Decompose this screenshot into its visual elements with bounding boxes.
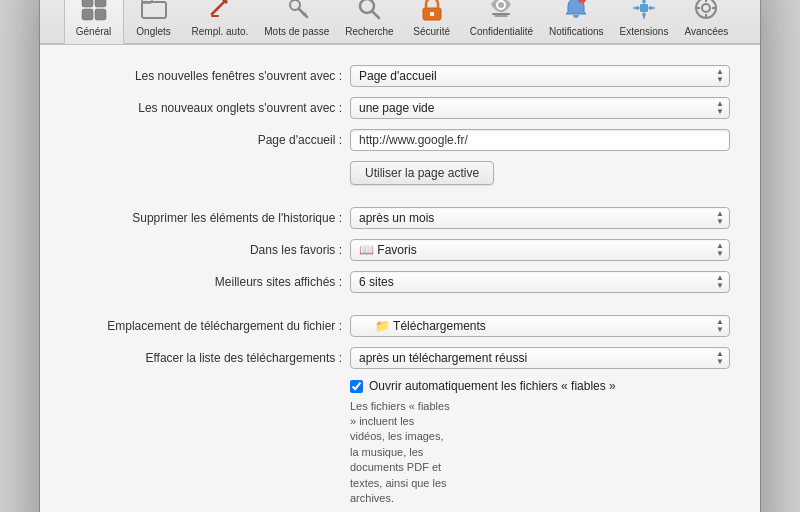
toolbar-item-extensions[interactable]: Extensions bbox=[612, 0, 677, 43]
general-label: Général bbox=[76, 26, 112, 37]
top-sites-select-wrapper: 6 sites 12 sites 24 sites ▲▼ bbox=[350, 271, 730, 293]
new-tabs-row: Les nouveaux onglets s'ouvrent avec : un… bbox=[70, 97, 730, 119]
rempl-auto-icon bbox=[204, 0, 236, 24]
toolbar-item-mots-de-passe[interactable]: Mots de passe bbox=[256, 0, 337, 43]
securite-icon bbox=[416, 0, 448, 24]
svg-line-6 bbox=[212, 0, 226, 14]
favorites-select-wrapper: 📖 Favoris ▲▼ bbox=[350, 239, 730, 261]
history-row: Supprimer les éléments de l'historique :… bbox=[70, 207, 730, 229]
svg-rect-19 bbox=[640, 4, 648, 12]
favorites-label: Dans les favoris : bbox=[70, 243, 350, 257]
toolbar: Général Onglets bbox=[40, 0, 760, 43]
use-active-page-control: Utiliser la page active bbox=[350, 161, 730, 185]
svg-rect-1 bbox=[95, 0, 106, 7]
svg-rect-3 bbox=[95, 9, 106, 20]
svg-line-13 bbox=[372, 11, 379, 18]
svg-rect-0 bbox=[82, 0, 93, 7]
recherche-icon bbox=[353, 0, 385, 24]
extensions-icon bbox=[628, 0, 660, 24]
toolbar-item-rempl-auto[interactable]: Rempl. auto. bbox=[184, 0, 257, 43]
top-sites-label: Meilleurs sites affichés : bbox=[70, 275, 350, 289]
favorites-row: Dans les favoris : 📖 Favoris ▲▼ bbox=[70, 239, 730, 261]
history-select-wrapper: après un mois après une semaine manuelle… bbox=[350, 207, 730, 229]
favorites-control: 📖 Favoris ▲▼ bbox=[350, 239, 730, 261]
use-active-page-row: Utiliser la page active bbox=[70, 161, 730, 185]
recherche-label: Recherche bbox=[345, 26, 393, 37]
toolbar-item-onglets[interactable]: Onglets bbox=[124, 0, 184, 43]
clear-downloads-select[interactable]: après un téléchargement réussi manuellem… bbox=[350, 347, 730, 369]
svg-rect-15 bbox=[430, 12, 434, 16]
new-tabs-control: une page vide Page d'accueil ▲▼ bbox=[350, 97, 730, 119]
toolbar-item-notifications[interactable]: Notifications bbox=[541, 0, 611, 43]
download-location-label: Emplacement de téléchargement du fichier… bbox=[70, 319, 350, 333]
favorites-select[interactable]: 📖 Favoris bbox=[350, 239, 730, 261]
top-sites-select[interactable]: 6 sites 12 sites 24 sites bbox=[350, 271, 730, 293]
new-tabs-select[interactable]: une page vide Page d'accueil bbox=[350, 97, 730, 119]
onglets-icon bbox=[138, 0, 170, 24]
notifications-label: Notifications bbox=[549, 26, 603, 37]
titlebar: Général Général bbox=[40, 0, 760, 44]
history-label: Supprimer les éléments de l'historique : bbox=[70, 211, 350, 225]
download-location-select-wrapper: 📁 Téléchargements Bureau Choisir... ▲▼ bbox=[350, 315, 730, 337]
new-tabs-label: Les nouveaux onglets s'ouvrent avec : bbox=[70, 101, 350, 115]
general-icon bbox=[78, 0, 110, 24]
new-windows-label: Les nouvelles fenêtres s'ouvrent avec : bbox=[70, 69, 350, 83]
content-area: Les nouvelles fenêtres s'ouvrent avec : … bbox=[40, 44, 760, 512]
new-windows-control: Page d'accueil Page vide ▲▼ bbox=[350, 65, 730, 87]
download-location-control: 📁 Téléchargements Bureau Choisir... ▲▼ bbox=[350, 315, 730, 337]
rempl-auto-label: Rempl. auto. bbox=[192, 26, 249, 37]
use-active-page-button[interactable]: Utiliser la page active bbox=[350, 161, 494, 185]
mots-de-passe-label: Mots de passe bbox=[264, 26, 329, 37]
confidentialite-icon bbox=[485, 0, 517, 24]
clear-downloads-control: après un téléchargement réussi manuellem… bbox=[350, 347, 730, 369]
notifications-icon bbox=[560, 0, 592, 24]
download-location-row: Emplacement de téléchargement du fichier… bbox=[70, 315, 730, 337]
new-windows-select-wrapper: Page d'accueil Page vide ▲▼ bbox=[350, 65, 730, 87]
homepage-row: Page d'accueil : bbox=[70, 129, 730, 151]
svg-rect-4 bbox=[142, 2, 166, 18]
preferences-window: Général Général bbox=[40, 0, 760, 512]
clear-downloads-label: Effacer la liste des téléchargements : bbox=[70, 351, 350, 365]
auto-open-label: Ouvrir automatiquement les fichiers « fi… bbox=[369, 379, 616, 393]
avancees-label: Avancées bbox=[685, 26, 729, 37]
svg-rect-2 bbox=[82, 9, 93, 20]
securite-label: Sécurité bbox=[413, 26, 450, 37]
avancees-icon bbox=[690, 0, 722, 24]
auto-open-checkbox[interactable] bbox=[350, 380, 363, 393]
history-control: après un mois après une semaine manuelle… bbox=[350, 207, 730, 229]
homepage-control bbox=[350, 129, 730, 151]
top-sites-row: Meilleurs sites affichés : 6 sites 12 si… bbox=[70, 271, 730, 293]
extensions-label: Extensions bbox=[620, 26, 669, 37]
homepage-input[interactable] bbox=[350, 129, 730, 151]
toolbar-item-confidentialite[interactable]: Confidentialité bbox=[462, 0, 541, 43]
top-sites-control: 6 sites 12 sites 24 sites ▲▼ bbox=[350, 271, 730, 293]
new-tabs-select-wrapper: une page vide Page d'accueil ▲▼ bbox=[350, 97, 730, 119]
clear-downloads-select-wrapper: après un téléchargement réussi manuellem… bbox=[350, 347, 730, 369]
history-select[interactable]: après un mois après une semaine manuelle… bbox=[350, 207, 730, 229]
toolbar-item-securite[interactable]: Sécurité bbox=[402, 0, 462, 43]
new-windows-select[interactable]: Page d'accueil Page vide bbox=[350, 65, 730, 87]
mots-de-passe-icon bbox=[281, 0, 313, 24]
svg-point-21 bbox=[702, 4, 710, 12]
toolbar-item-avancees[interactable]: Avancées bbox=[676, 0, 736, 43]
helper-text: Les fichiers « fiables » incluent les vi… bbox=[70, 399, 450, 507]
homepage-label: Page d'accueil : bbox=[70, 133, 350, 147]
new-windows-row: Les nouvelles fenêtres s'ouvrent avec : … bbox=[70, 65, 730, 87]
auto-open-row: Ouvrir automatiquement les fichiers « fi… bbox=[70, 379, 730, 393]
download-location-select[interactable]: 📁 Téléchargements Bureau Choisir... bbox=[350, 315, 730, 337]
toolbar-item-general[interactable]: Général bbox=[64, 0, 124, 44]
toolbar-item-recherche[interactable]: Recherche bbox=[337, 0, 401, 43]
clear-downloads-row: Effacer la liste des téléchargements : a… bbox=[70, 347, 730, 369]
onglets-label: Onglets bbox=[136, 26, 170, 37]
confidentialite-label: Confidentialité bbox=[470, 26, 533, 37]
